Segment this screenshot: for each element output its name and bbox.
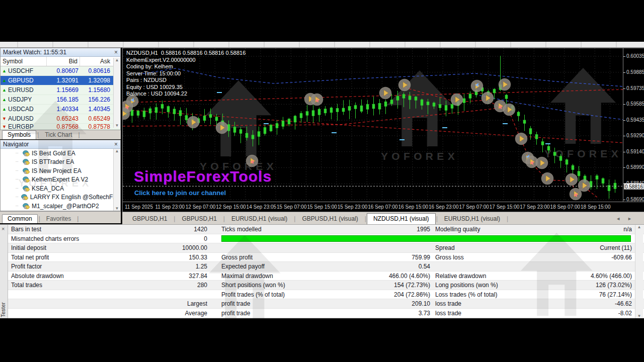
tester-row: Initial deposit10000.00SpreadCurrent (11… xyxy=(8,243,644,253)
chart-plot[interactable]: YOFOREXYOFOREXYOFOREX NZDUSD,H1 0.58816 … xyxy=(123,48,623,202)
expert-advisor-icon xyxy=(23,203,30,209)
tester-value: 327.84 xyxy=(109,273,207,280)
expert-advisor-icon xyxy=(23,159,30,165)
trade-marker xyxy=(515,133,527,145)
column-symbol[interactable]: Symbol xyxy=(1,57,47,66)
date-label: 17 Sep 23:00 xyxy=(520,204,550,210)
tab-separator: | xyxy=(38,215,41,223)
symbol-name: USDCHF xyxy=(8,67,47,74)
chart-tab[interactable]: GBPUSD,H1 xyxy=(176,214,222,224)
price-label: 0.59140 xyxy=(626,149,644,154)
bid-value: 1.15669 xyxy=(47,86,80,94)
column-ask[interactable]: Ask xyxy=(80,57,112,66)
tester-scrollbar[interactable]: ▲ ▼ xyxy=(635,225,643,318)
column-bid[interactable]: Bid xyxy=(47,57,80,66)
close-icon[interactable]: × xyxy=(114,50,118,55)
scroll-up-icon[interactable]: ▲ xyxy=(637,225,641,229)
navigator-item-label: LARRY FX English @SoftechFX_ xyxy=(30,194,120,201)
navigator-titlebar: Navigator × xyxy=(1,140,120,149)
trade-marker xyxy=(503,104,515,116)
scroll-down-icon[interactable]: ▼ xyxy=(115,123,119,128)
chart-tab[interactable]: GBPUSD,H1 (visual) xyxy=(296,214,364,224)
tester-row: Total trades280Short positions (won %)15… xyxy=(8,281,644,290)
ask-value: 1.32098 xyxy=(80,77,112,84)
tester-value: 0 xyxy=(109,235,207,242)
tab-common[interactable]: Common xyxy=(2,214,38,223)
tester-label: Maximal drawdown xyxy=(221,273,325,280)
navigator-item[interactable]: ┈IS BTTrader EA xyxy=(1,158,120,167)
navigator-item[interactable]: ┈IS Best Gold EA xyxy=(1,149,120,158)
close-icon[interactable]: × xyxy=(2,226,5,232)
ask-value: 0.80616 xyxy=(80,67,112,74)
chart-tab[interactable]: EURUSD,H1 (visual) xyxy=(225,214,293,224)
current-price-label: 0.58816 xyxy=(624,183,644,190)
tab-scroll-arrows[interactable]: ◄► xyxy=(616,216,644,224)
tester-label: Relative drawdown xyxy=(435,273,533,280)
tester-label: loss trade xyxy=(435,310,533,317)
close-icon[interactable]: × xyxy=(114,142,118,147)
tester-value: 1.25 xyxy=(109,263,207,270)
scroll-up-icon[interactable]: ▲ xyxy=(115,58,119,62)
market-watch-row[interactable]: ▲GBPUSD1.320911.32098 xyxy=(1,76,120,85)
chart-info-line: KelhemExpert.V2.00000000 xyxy=(126,57,246,64)
scroll-up-icon[interactable]: ▲ xyxy=(115,149,119,153)
market-watch-rows: ▲USDCHF0.806070.80616▲GBPUSD1.320911.320… xyxy=(1,66,120,130)
market-watch-row[interactable]: ▲USDCHF0.806070.80616 xyxy=(1,66,120,76)
market-watch-scrollbar[interactable]: ▲ ▼ xyxy=(113,58,120,128)
tester-value: -609.66 xyxy=(535,254,632,261)
navigator-item[interactable]: ┈M1_scalper_@ParthOP2 xyxy=(1,202,120,211)
chart-tab[interactable]: GBPUSD,H1 xyxy=(126,214,173,224)
tab-favorites[interactable]: Favorites xyxy=(41,215,76,223)
date-label: 17 Sep 15:00 xyxy=(490,204,520,210)
date-label: 18 Sep 15:00 xyxy=(581,204,611,210)
chart-tab[interactable]: EURUSD,H1 (visual) xyxy=(438,214,506,224)
down-arrow-icon: ▼ xyxy=(1,116,8,121)
scroll-down-icon[interactable]: ▼ xyxy=(637,314,641,318)
chart-tab-bar: GBPUSD,H1|GBPUSD,H1|EURUSD,H1 (visual)|G… xyxy=(122,212,644,224)
trade-marker xyxy=(216,122,228,134)
tab-separator: | xyxy=(506,215,509,224)
symbol-name: USDCAD xyxy=(8,106,47,113)
price-label: 0.59885 xyxy=(626,69,644,75)
scroll-down-icon[interactable]: ▼ xyxy=(115,206,119,211)
chart-info-line: Coding by: Kelhem xyxy=(126,63,246,70)
channel-link[interactable]: Click here to join our channel xyxy=(134,189,226,197)
symbol-name: AUDUSD xyxy=(8,115,47,122)
trade-marker xyxy=(451,94,463,106)
price-label: 0.59290 xyxy=(626,133,644,138)
chart-tab[interactable]: NZDUSD,H1 (visual) xyxy=(367,213,436,224)
tester-label: Short positions (won %) xyxy=(221,282,325,289)
chart-info-line: Pairs : NZDUSD xyxy=(126,77,246,84)
market-watch-row[interactable]: ▲USDJPY156.185156.226 xyxy=(1,95,120,105)
ask-value: 1.40345 xyxy=(80,106,112,113)
symbol-name: EURUSD xyxy=(8,86,47,94)
tab-tick-chart[interactable]: Tick Chart xyxy=(40,131,77,139)
tester-row: Absolute drawdown327.84Maximal drawdown4… xyxy=(8,272,644,281)
tester-value: 150.33 xyxy=(109,254,207,261)
tester-label: Profit trades (% of total) xyxy=(221,291,325,298)
navigator-item[interactable]: ┈KelhemExpert EA V2 xyxy=(1,175,120,185)
market-watch-row[interactable]: ▲USDCAD1.403341.40345 xyxy=(1,105,120,114)
price-tick xyxy=(623,56,625,57)
up-arrow-icon: ▲ xyxy=(1,97,8,102)
navigator-scrollbar[interactable]: ▲ ▼ xyxy=(113,149,120,211)
navigator-item[interactable]: ┈KSEA_DCA xyxy=(1,184,120,193)
tester-label: profit trade xyxy=(221,300,325,307)
navigator-item-label: IS New Project EA xyxy=(32,167,82,174)
market-watch-row[interactable]: ▼AUDUSD0.652430.65249 xyxy=(1,114,120,124)
navigator-list: ┈IS Best Gold EA┈IS BTTrader EA┈IS New P… xyxy=(1,149,120,211)
letterbox-bottom xyxy=(0,318,644,362)
bid-value: 0.65243 xyxy=(47,115,80,122)
navigator-item[interactable]: ┈LARRY FX English @SoftechFX_ xyxy=(1,193,120,202)
tester-label: Modelling quality xyxy=(435,226,533,233)
bid-value: 0.80607 xyxy=(47,67,80,74)
tester-value: 466.00 (4.60%) xyxy=(328,273,430,280)
market-watch-row[interactable]: ▲EURUSD1.156691.15680 xyxy=(1,85,120,95)
tester-label: Ticks modelled xyxy=(221,226,325,233)
date-label: 15 Sep 15:00 xyxy=(307,204,337,210)
price-label: 0.59435 xyxy=(626,117,644,123)
navigator-item[interactable]: ┈IS New Project EA xyxy=(1,166,120,175)
trade-marker xyxy=(379,87,391,99)
market-watch-row[interactable]: ▼EURGBP0.875680.87578 xyxy=(1,124,120,130)
tab-symbols[interactable]: Symbols xyxy=(2,130,36,139)
